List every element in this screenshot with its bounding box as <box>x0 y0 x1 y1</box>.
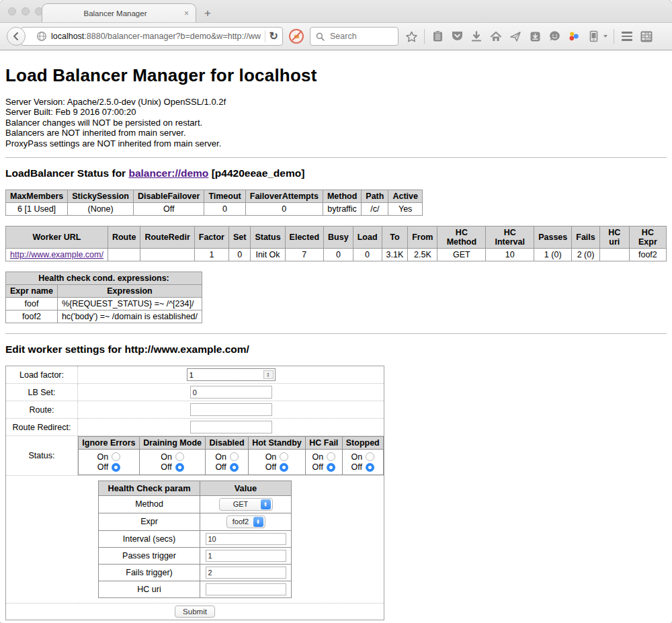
search-icon <box>316 32 325 41</box>
menu-icon[interactable] <box>620 30 634 43</box>
worker-url-link[interactable]: http://www.example.com/ <box>10 250 103 259</box>
worker-settings-table: Load factor: ▲▼ LB Set: Route: Route Red… <box>5 366 384 620</box>
radio-on[interactable] <box>280 452 288 461</box>
table-cell: 0 <box>228 249 250 261</box>
radio-on[interactable] <box>327 452 335 461</box>
table-header-cell: Fails <box>572 226 600 249</box>
radio-off[interactable] <box>327 463 335 472</box>
save-to-device-icon[interactable] <box>528 30 542 43</box>
radio-off[interactable] <box>230 463 239 472</box>
minimize-window-button[interactable] <box>22 7 30 15</box>
select-stepper-icon: ▲▼ <box>253 517 263 527</box>
radio-off[interactable] <box>112 463 120 472</box>
table-header-cell: FailoverAttempts <box>245 190 323 203</box>
hc-param-input[interactable] <box>206 533 286 545</box>
download-icon[interactable] <box>470 30 483 43</box>
status-radio-cell: On Off <box>248 450 305 475</box>
url-bar[interactable]: localhost:8880/balancer-manager?b=demo&w… <box>21 27 283 46</box>
radio-on[interactable] <box>230 452 239 461</box>
balancer-link[interactable]: balancer://demo <box>128 167 208 179</box>
table-row: Submit <box>6 603 384 620</box>
hc-param-input[interactable] <box>206 583 286 595</box>
table-row: Route Redirect: <box>6 419 384 436</box>
radio-on-label: On <box>161 452 172 462</box>
grid-extension-icon[interactable] <box>640 30 653 43</box>
table-row: HC uri <box>99 581 292 597</box>
table-header-cell: Status <box>251 226 285 249</box>
radio-on[interactable] <box>366 452 374 461</box>
load-factor-stepper[interactable]: ▲▼ <box>187 368 276 381</box>
send-tab-icon[interactable] <box>509 30 522 43</box>
table-cell: Init Ok <box>251 249 285 261</box>
globe-icon <box>36 31 47 42</box>
route-input[interactable] <box>190 403 272 416</box>
heading-text: LoadBalancer Status for <box>5 167 126 179</box>
table-header-cell: Set <box>228 226 250 249</box>
tab-balancer-manager[interactable]: Balancer Manager × <box>42 3 196 22</box>
heading-suffix: [p4420eeae_demo] <box>212 167 305 179</box>
url-text[interactable]: localhost:8880/balancer-manager?b=demo&w… <box>51 32 261 41</box>
hc-param-label: HC uri <box>99 581 200 597</box>
bookmark-star-icon[interactable] <box>405 30 418 43</box>
feedback-smiley-icon[interactable] <box>548 30 561 43</box>
worker-settings-form: Load factor: ▲▼ LB Set: Route: Route Red… <box>5 366 667 620</box>
table-row: Health Check param Value <box>99 481 292 495</box>
submit-button[interactable]: Submit <box>175 606 215 618</box>
plugin-blocked-icon[interactable] <box>289 29 304 44</box>
device-clipboard-icon[interactable] <box>587 30 600 43</box>
table-header-cell: Load <box>353 226 382 249</box>
home-icon[interactable] <box>489 30 503 43</box>
hc-param-value: foof2▲▼ <box>200 513 292 530</box>
hc-param-select[interactable]: GET▲▼ <box>219 498 273 511</box>
radio-off[interactable] <box>280 463 288 472</box>
table-header-cell: Worker URL <box>6 226 108 249</box>
hc-param-label: Passes trigger <box>99 547 200 564</box>
status-radio-table: Ignore ErrorsDraining ModeDisabledHot St… <box>78 436 384 475</box>
table-row: Fails trigger) <box>99 564 292 581</box>
hc-param-input[interactable] <box>206 567 286 579</box>
dropdown-caret-icon[interactable] <box>603 35 607 38</box>
tab-bar: Balancer Manager × + <box>0 0 672 22</box>
radio-off[interactable] <box>366 463 374 472</box>
hc-param-input[interactable] <box>206 550 286 562</box>
back-button[interactable] <box>7 27 26 46</box>
pocket-icon[interactable] <box>450 30 464 43</box>
status-radio-cell: On Off <box>306 450 342 475</box>
radio-on[interactable] <box>175 452 184 461</box>
table-row: Passes trigger <box>99 547 292 564</box>
table-header-cell: Factor <box>194 226 228 249</box>
reload-icon[interactable]: ↻ <box>269 31 278 42</box>
load-factor-input[interactable] <box>187 369 262 380</box>
spinner-icon[interactable]: ▲▼ <box>263 370 274 379</box>
divider <box>5 333 667 334</box>
table-cell: 0 <box>204 203 245 216</box>
radio-on-label: On <box>351 452 362 462</box>
search-box[interactable] <box>310 27 398 46</box>
close-window-button[interactable] <box>8 7 16 15</box>
status-column-header: Draining Mode <box>139 437 206 450</box>
table-row: Status: Ignore ErrorsDraining ModeDisabl… <box>6 436 384 476</box>
tab-close-icon[interactable]: × <box>183 9 190 17</box>
table-cell: 2 (0) <box>572 249 600 261</box>
reading-list-icon[interactable] <box>431 30 444 43</box>
hc-param-select[interactable]: foof2▲▼ <box>226 515 265 528</box>
table-cell: GET <box>437 249 486 261</box>
extension-dots-icon[interactable] <box>567 30 581 43</box>
new-tab-button[interactable]: + <box>204 7 211 19</box>
radio-on[interactable] <box>112 452 120 461</box>
table-cell: 6 [1 Used] <box>6 203 68 216</box>
route-redirect-input[interactable] <box>190 421 272 433</box>
table-header-cell: HC Method <box>437 226 486 249</box>
radio-off-label: Off <box>312 462 323 472</box>
lb-set-input[interactable] <box>190 386 272 399</box>
radio-off[interactable] <box>175 463 184 472</box>
status-radio-cell: On Off <box>342 450 383 475</box>
health-check-cell: Health Check param Value Method GET▲▼ <box>6 475 384 603</box>
table-header-cell: Timeout <box>204 190 245 203</box>
balancer-status-heading: LoadBalancer Status for balancer://demo … <box>5 167 667 179</box>
search-input[interactable] <box>329 31 392 42</box>
hc-param-value <box>200 581 292 597</box>
divider <box>5 157 667 158</box>
hc-param-label: Expr <box>99 513 200 530</box>
table-cell: 3.1K <box>382 249 408 261</box>
